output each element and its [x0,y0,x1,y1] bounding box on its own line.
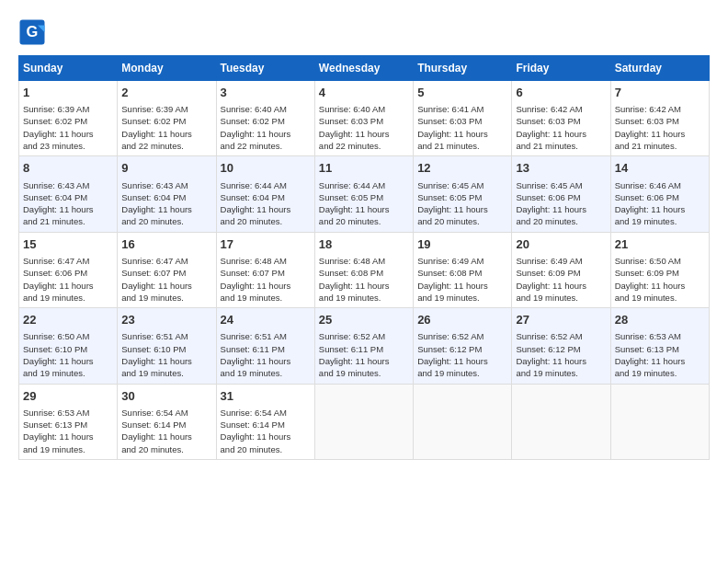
day-number: 13 [516,160,606,177]
day-info: Sunrise: 6:42 AMSunset: 6:03 PMDaylight:… [516,103,606,152]
calendar-cell: 14Sunrise: 6:46 AMSunset: 6:06 PMDayligh… [610,156,709,232]
day-number: 31 [221,388,311,405]
calendar-cell: 8Sunrise: 6:43 AMSunset: 6:04 PMDaylight… [19,156,118,232]
day-number: 11 [319,160,409,177]
svg-text:G: G [27,23,39,40]
day-info: Sunrise: 6:39 AMSunset: 6:02 PMDaylight:… [121,103,211,152]
calendar-cell: 25Sunrise: 6:52 AMSunset: 6:11 PMDayligh… [314,308,413,384]
calendar-cell: 23Sunrise: 6:51 AMSunset: 6:10 PMDayligh… [118,308,216,384]
weekday-header-thursday: Thursday [414,56,512,81]
calendar-cell: 31Sunrise: 6:54 AMSunset: 6:14 PMDayligh… [216,384,314,459]
calendar-cell [414,384,512,459]
day-number: 1 [23,85,113,101]
day-info: Sunrise: 6:43 AMSunset: 6:04 PMDaylight:… [121,179,211,228]
day-number: 23 [121,312,211,328]
day-info: Sunrise: 6:47 AMSunset: 6:06 PMDaylight:… [23,255,113,304]
calendar-cell: 9Sunrise: 6:43 AMSunset: 6:04 PMDaylight… [118,156,216,232]
day-number: 24 [221,312,311,328]
calendar-cell: 20Sunrise: 6:49 AMSunset: 6:09 PMDayligh… [512,232,610,307]
day-number: 7 [615,85,705,101]
day-info: Sunrise: 6:41 AMSunset: 6:03 PMDaylight:… [417,103,507,152]
calendar-table: SundayMondayTuesdayWednesdayThursdayFrid… [18,55,710,460]
day-number: 4 [319,85,409,101]
weekday-header-monday: Monday [118,56,216,81]
day-number: 3 [221,85,311,101]
calendar-cell: 22Sunrise: 6:50 AMSunset: 6:10 PMDayligh… [19,308,118,384]
calendar-cell: 4Sunrise: 6:40 AMSunset: 6:03 PMDaylight… [314,81,413,156]
day-info: Sunrise: 6:43 AMSunset: 6:04 PMDaylight:… [23,179,113,228]
day-number: 6 [516,85,606,101]
day-info: Sunrise: 6:53 AMSunset: 6:13 PMDaylight:… [615,330,705,379]
calendar-cell: 28Sunrise: 6:53 AMSunset: 6:13 PMDayligh… [610,308,709,384]
day-info: Sunrise: 6:48 AMSunset: 6:07 PMDaylight:… [221,255,311,304]
calendar-week-row: 22Sunrise: 6:50 AMSunset: 6:10 PMDayligh… [19,308,710,384]
calendar-cell: 12Sunrise: 6:45 AMSunset: 6:05 PMDayligh… [414,156,512,232]
day-number: 26 [417,312,507,328]
calendar-cell: 7Sunrise: 6:42 AMSunset: 6:03 PMDaylight… [610,81,709,156]
calendar-cell [512,384,610,459]
day-info: Sunrise: 6:51 AMSunset: 6:10 PMDaylight:… [121,330,211,379]
calendar-cell: 3Sunrise: 6:40 AMSunset: 6:02 PMDaylight… [216,81,314,156]
calendar-week-row: 8Sunrise: 6:43 AMSunset: 6:04 PMDaylight… [19,156,710,232]
calendar-cell: 16Sunrise: 6:47 AMSunset: 6:07 PMDayligh… [118,232,216,307]
calendar-cell: 29Sunrise: 6:53 AMSunset: 6:13 PMDayligh… [19,384,118,459]
day-number: 20 [516,236,606,253]
logo: G [18,18,50,46]
day-number: 2 [121,85,211,101]
calendar-cell: 26Sunrise: 6:52 AMSunset: 6:12 PMDayligh… [414,308,512,384]
day-info: Sunrise: 6:48 AMSunset: 6:08 PMDaylight:… [319,255,409,304]
calendar-cell: 1Sunrise: 6:39 AMSunset: 6:02 PMDaylight… [19,81,118,156]
weekday-header-tuesday: Tuesday [216,56,314,81]
day-number: 17 [221,236,311,253]
day-info: Sunrise: 6:49 AMSunset: 6:09 PMDaylight:… [516,255,606,304]
calendar-cell: 27Sunrise: 6:52 AMSunset: 6:12 PMDayligh… [512,308,610,384]
calendar-week-row: 15Sunrise: 6:47 AMSunset: 6:06 PMDayligh… [19,232,710,307]
page-header: G [18,18,710,46]
weekday-header-friday: Friday [512,56,610,81]
day-number: 29 [23,388,113,405]
day-number: 21 [615,236,705,253]
calendar-cell: 2Sunrise: 6:39 AMSunset: 6:02 PMDaylight… [118,81,216,156]
logo-icon: G [18,18,46,46]
calendar-cell: 17Sunrise: 6:48 AMSunset: 6:07 PMDayligh… [216,232,314,307]
calendar-cell: 30Sunrise: 6:54 AMSunset: 6:14 PMDayligh… [118,384,216,459]
weekday-header-wednesday: Wednesday [314,56,413,81]
calendar-cell: 5Sunrise: 6:41 AMSunset: 6:03 PMDaylight… [414,81,512,156]
day-number: 12 [417,160,507,177]
calendar-header-row: SundayMondayTuesdayWednesdayThursdayFrid… [19,56,710,81]
day-info: Sunrise: 6:44 AMSunset: 6:04 PMDaylight:… [221,179,311,228]
day-number: 9 [121,160,211,177]
day-info: Sunrise: 6:54 AMSunset: 6:14 PMDaylight:… [121,407,211,455]
day-number: 10 [221,160,311,177]
calendar-cell: 11Sunrise: 6:44 AMSunset: 6:05 PMDayligh… [314,156,413,232]
day-info: Sunrise: 6:39 AMSunset: 6:02 PMDaylight:… [23,103,113,152]
day-number: 5 [417,85,507,101]
day-number: 15 [23,236,113,253]
day-info: Sunrise: 6:40 AMSunset: 6:03 PMDaylight:… [319,103,409,152]
day-info: Sunrise: 6:47 AMSunset: 6:07 PMDaylight:… [121,255,211,304]
day-info: Sunrise: 6:50 AMSunset: 6:10 PMDaylight:… [23,330,113,379]
calendar-cell [314,384,413,459]
day-number: 28 [615,312,705,328]
calendar-cell: 18Sunrise: 6:48 AMSunset: 6:08 PMDayligh… [314,232,413,307]
day-number: 22 [23,312,113,328]
calendar-cell [610,384,709,459]
day-info: Sunrise: 6:53 AMSunset: 6:13 PMDaylight:… [23,407,113,455]
calendar-week-row: 29Sunrise: 6:53 AMSunset: 6:13 PMDayligh… [19,384,710,459]
day-info: Sunrise: 6:49 AMSunset: 6:08 PMDaylight:… [417,255,507,304]
day-info: Sunrise: 6:42 AMSunset: 6:03 PMDaylight:… [615,103,705,152]
calendar-cell: 24Sunrise: 6:51 AMSunset: 6:11 PMDayligh… [216,308,314,384]
day-info: Sunrise: 6:46 AMSunset: 6:06 PMDaylight:… [615,179,705,228]
day-info: Sunrise: 6:40 AMSunset: 6:02 PMDaylight:… [221,103,311,152]
day-number: 19 [417,236,507,253]
day-number: 25 [319,312,409,328]
day-info: Sunrise: 6:45 AMSunset: 6:06 PMDaylight:… [516,179,606,228]
calendar-week-row: 1Sunrise: 6:39 AMSunset: 6:02 PMDaylight… [19,81,710,156]
day-number: 27 [516,312,606,328]
weekday-header-sunday: Sunday [19,56,118,81]
day-number: 16 [121,236,211,253]
day-number: 14 [615,160,705,177]
day-info: Sunrise: 6:50 AMSunset: 6:09 PMDaylight:… [615,255,705,304]
day-number: 8 [23,160,113,177]
calendar-cell: 6Sunrise: 6:42 AMSunset: 6:03 PMDaylight… [512,81,610,156]
